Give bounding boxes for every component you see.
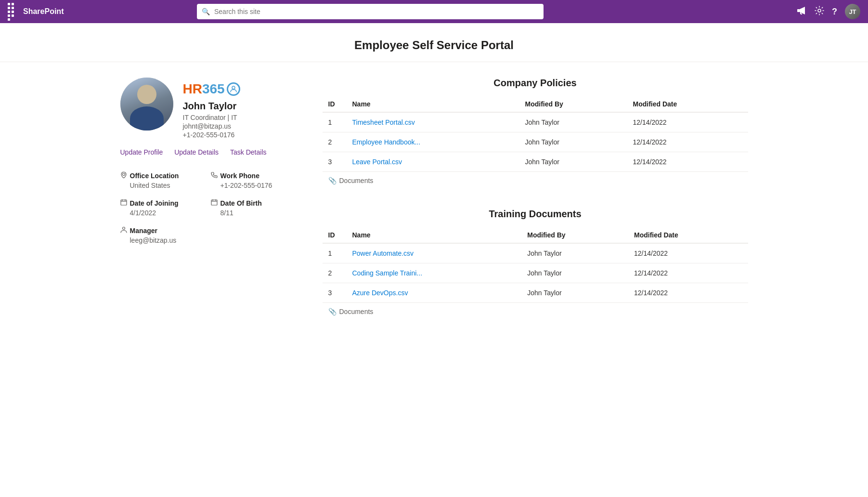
table-row: 1 Power Automate.csv John Taylor 12/14/2…	[323, 243, 748, 263]
paperclip-icon: 📎	[328, 177, 337, 184]
paperclip-icon-td: 📎	[328, 308, 337, 315]
row-modified-by: John Taylor	[521, 263, 628, 283]
company-policies-section: Company Policies ID Name Modified By Mod…	[323, 78, 748, 189]
work-phone-value: +1-202-555-0176	[211, 182, 294, 189]
help-icon[interactable]: ?	[832, 7, 837, 17]
training-documents-section: Training Documents ID Name Modified By M…	[323, 209, 748, 320]
row-modified-date: 12/14/2022	[627, 152, 748, 172]
work-phone-label: Work Phone	[211, 171, 294, 180]
calendar-dob-icon	[211, 199, 218, 207]
col-td-id: ID	[323, 227, 347, 243]
page-title: Employee Self Service Portal	[0, 39, 868, 52]
col-name: Name	[347, 96, 519, 112]
row-modified-by: John Taylor	[519, 152, 627, 172]
settings-icon[interactable]	[815, 6, 824, 18]
table-row: 3 Azure DevOps.csv John Taylor 12/14/202…	[323, 283, 748, 303]
row-modified-date: 12/14/2022	[627, 112, 748, 132]
hr365-person-icon	[227, 82, 240, 96]
phone-icon	[211, 171, 218, 180]
hr365-365-text: 365	[202, 81, 225, 97]
hr365-hr-text: HR	[183, 81, 202, 97]
update-details-link[interactable]: Update Details	[174, 148, 219, 156]
row-name[interactable]: Coding Sample Traini...	[347, 263, 522, 283]
profile-job-title: IT Coordinator | IT	[183, 114, 294, 121]
svg-rect-11	[211, 200, 217, 205]
page-title-area: Employee Self Service Portal	[0, 23, 868, 62]
table-row: 2 Coding Sample Traini... John Taylor 12…	[323, 263, 748, 283]
date-of-birth-label: Date Of Birth	[211, 199, 294, 207]
row-modified-date: 12/14/2022	[627, 132, 748, 152]
svg-rect-0	[797, 9, 800, 12]
location-icon	[120, 171, 127, 180]
col-td-modified-by: Modified By	[521, 227, 628, 243]
megaphone-icon[interactable]	[796, 5, 807, 18]
date-of-joining-value: 4/1/2022	[120, 209, 203, 217]
row-name[interactable]: Azure DevOps.csv	[347, 283, 522, 303]
profile-panel: HR 365 John Taylor IT Coordinator | IT j…	[120, 78, 294, 340]
main-content: HR 365 John Taylor IT Coordinator | IT j…	[97, 62, 771, 355]
update-profile-link[interactable]: Update Profile	[120, 148, 163, 156]
profile-details-grid: Office Location United States Work Phone…	[120, 171, 294, 244]
company-policies-footer[interactable]: 📎 Documents	[323, 172, 748, 189]
svg-point-5	[232, 86, 235, 89]
date-of-joining-label: Date of Joining	[120, 199, 203, 207]
row-id: 2	[323, 132, 347, 152]
row-modified-by: John Taylor	[519, 112, 627, 132]
svg-point-6	[122, 173, 125, 176]
training-documents-footer[interactable]: 📎 Documents	[323, 303, 748, 320]
office-location-label: Office Location	[120, 171, 203, 180]
manager-value: leeg@bitzap.us	[120, 236, 294, 244]
table-row: 2 Employee Handbook... John Taylor 12/14…	[323, 132, 748, 152]
search-input[interactable]	[197, 4, 544, 19]
apps-icon[interactable]	[8, 3, 17, 21]
user-avatar[interactable]: JT	[845, 4, 860, 19]
col-td-name: Name	[347, 227, 522, 243]
top-navigation: SharePoint 🔍 ? JT	[0, 0, 868, 23]
table-row: 1 Timesheet Portal.csv John Taylor 12/14…	[323, 112, 748, 132]
search-icon: 🔍	[202, 8, 210, 15]
profile-email: johnt@bitzap.us	[183, 122, 294, 130]
hr365-logo: HR 365	[183, 81, 294, 97]
row-id: 1	[323, 243, 347, 263]
office-location-value: United States	[120, 182, 203, 189]
training-documents-footer-label: Documents	[339, 308, 374, 315]
table-row: 3 Leave Portal.csv John Taylor 12/14/202…	[323, 152, 748, 172]
company-policies-footer-label: Documents	[339, 177, 374, 184]
row-modified-by: John Taylor	[521, 243, 628, 263]
row-id: 2	[323, 263, 347, 283]
company-policies-title: Company Policies	[323, 78, 748, 89]
row-name[interactable]: Leave Portal.csv	[347, 152, 519, 172]
col-id: ID	[323, 96, 347, 112]
col-modified-by: Modified By	[519, 96, 627, 112]
row-modified-by: John Taylor	[519, 132, 627, 152]
row-name[interactable]: Timesheet Portal.csv	[347, 112, 519, 132]
manager-icon	[120, 226, 127, 235]
task-details-link[interactable]: Task Details	[230, 148, 266, 156]
profile-info: HR 365 John Taylor IT Coordinator | IT j…	[183, 78, 294, 139]
avatar-image	[120, 78, 173, 131]
topnav-right-actions: ? JT	[796, 4, 860, 19]
date-of-birth-value: 8/11	[211, 209, 294, 217]
profile-header: HR 365 John Taylor IT Coordinator | IT j…	[120, 78, 294, 139]
row-name[interactable]: Employee Handbook...	[347, 132, 519, 152]
work-phone-item: Work Phone +1-202-555-0176	[211, 171, 294, 189]
date-of-birth-item: Date Of Birth 8/11	[211, 199, 294, 217]
row-id: 3	[323, 152, 347, 172]
col-td-modified-date: Modified Date	[628, 227, 748, 243]
site-title: SharePoint	[23, 7, 64, 16]
row-modified-by: John Taylor	[521, 283, 628, 303]
row-id: 1	[323, 112, 347, 132]
date-of-joining-item: Date of Joining 4/1/2022	[120, 199, 203, 217]
svg-point-15	[122, 227, 125, 230]
search-box: 🔍	[197, 4, 544, 19]
profile-phone: +1-202-555-0176	[183, 131, 294, 139]
manager-label: Manager	[120, 226, 294, 235]
svg-rect-7	[121, 200, 127, 205]
row-modified-date: 12/14/2022	[628, 283, 748, 303]
row-name[interactable]: Power Automate.csv	[347, 243, 522, 263]
profile-actions: Update Profile Update Details Task Detai…	[120, 148, 294, 160]
col-modified-date: Modified Date	[627, 96, 748, 112]
row-modified-date: 12/14/2022	[628, 263, 748, 283]
calendar-icon	[120, 199, 127, 207]
manager-item: Manager leeg@bitzap.us	[120, 226, 294, 244]
